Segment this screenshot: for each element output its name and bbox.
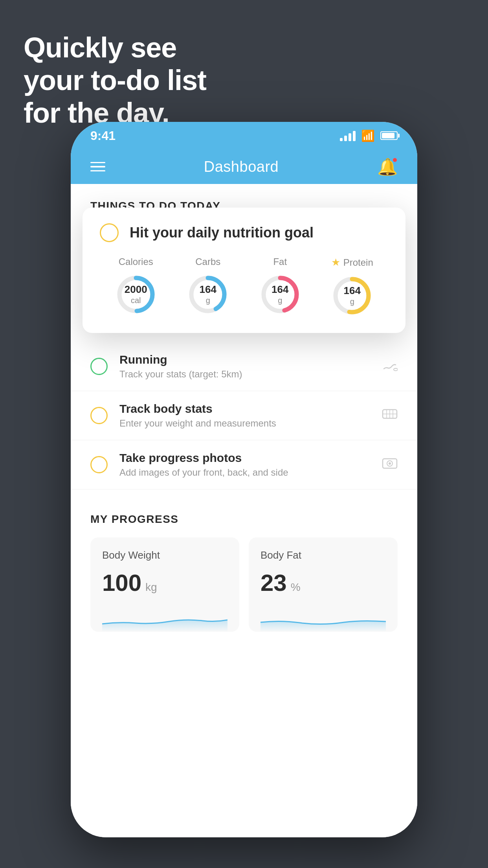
notification-bell-icon[interactable]: 🔔 xyxy=(377,157,398,177)
todo-photos[interactable]: Take progress photos Add images of your … xyxy=(71,440,417,489)
progress-title: MY PROGRESS xyxy=(90,513,398,526)
hero-line2: your to-do list xyxy=(24,64,206,97)
running-radio[interactable] xyxy=(90,358,108,375)
body-weight-unit: kg xyxy=(145,581,157,594)
body-weight-card: Body Weight 100 kg xyxy=(90,537,239,632)
fat-unit: g xyxy=(272,296,288,305)
calories-donut: 2000 cal xyxy=(114,273,158,316)
wifi-icon: 📶 xyxy=(361,129,375,142)
nutrition-fat: Fat 164 g xyxy=(259,256,302,316)
bodystats-title: Track body stats xyxy=(119,402,382,416)
bodystats-icon xyxy=(382,407,398,424)
body-weight-label: Body Weight xyxy=(102,549,227,561)
nutrition-card-title: Hit your daily nutrition goal xyxy=(130,224,314,241)
photos-radio[interactable] xyxy=(90,456,108,473)
running-title: Running xyxy=(119,353,382,366)
nutrition-carbs: Carbs 164 g xyxy=(186,256,229,316)
nav-bar: Dashboard 🔔 xyxy=(71,149,417,184)
hamburger-menu[interactable] xyxy=(90,162,105,172)
nutrition-calories: Calories 2000 cal xyxy=(114,256,158,316)
bodystats-radio[interactable] xyxy=(90,407,108,424)
status-icons: 📶 xyxy=(340,129,398,142)
hero-line1: Quickly see xyxy=(24,31,206,64)
photos-text: Take progress photos Add images of your … xyxy=(119,451,382,478)
status-bar: 9:41 📶 xyxy=(71,122,417,149)
running-subtitle: Track your stats (target: 5km) xyxy=(119,369,382,380)
signal-icon xyxy=(340,130,356,141)
running-text: Running Track your stats (target: 5km) xyxy=(119,353,382,380)
hero-text: Quickly see your to-do list for the day. xyxy=(24,31,206,129)
status-time: 9:41 xyxy=(90,129,116,143)
svg-point-16 xyxy=(389,462,391,465)
notification-dot xyxy=(392,157,398,163)
progress-cards: Body Weight 100 kg xyxy=(90,537,398,632)
nutrition-protein: ★ Protein 164 g xyxy=(330,256,374,317)
calories-value: 2000 xyxy=(125,283,147,296)
todo-running[interactable]: Running Track your stats (target: 5km) xyxy=(71,342,417,391)
body-fat-value: 23 xyxy=(261,569,287,596)
carbs-value: 164 xyxy=(200,283,216,296)
calories-label: Calories xyxy=(119,256,153,267)
todo-body-stats[interactable]: Track body stats Enter your weight and m… xyxy=(71,391,417,440)
nutrition-row: Calories 2000 cal Carbs xyxy=(100,256,388,317)
fat-value: 164 xyxy=(272,283,288,296)
photos-icon xyxy=(382,456,398,473)
nutrition-radio[interactable] xyxy=(100,223,119,242)
running-icon xyxy=(382,358,398,375)
photos-title: Take progress photos xyxy=(119,451,382,465)
nutrition-card: Hit your daily nutrition goal Calories 2… xyxy=(83,208,405,333)
fat-donut: 164 g xyxy=(259,273,302,316)
carbs-label: Carbs xyxy=(195,256,220,267)
bodystats-subtitle: Enter your weight and measurements xyxy=(119,418,382,429)
fat-label: Fat xyxy=(273,256,287,267)
calories-unit: cal xyxy=(125,296,147,305)
body-fat-chart xyxy=(261,608,386,632)
phone-content: THINGS TO DO TODAY Hit your daily nutrit… xyxy=(71,184,417,837)
photos-subtitle: Add images of your front, back, and side xyxy=(119,467,382,478)
carbs-unit: g xyxy=(200,296,216,305)
battery-icon xyxy=(380,131,398,140)
body-fat-label: Body Fat xyxy=(261,549,386,561)
body-fat-card: Body Fat 23 % xyxy=(249,537,398,632)
card-header: Hit your daily nutrition goal xyxy=(100,223,388,242)
star-icon: ★ xyxy=(331,256,340,268)
progress-section: MY PROGRESS Body Weight 100 kg xyxy=(71,513,417,632)
protein-label: ★ Protein xyxy=(331,256,373,268)
bodystats-text: Track body stats Enter your weight and m… xyxy=(119,402,382,429)
todo-list: Running Track your stats (target: 5km) T… xyxy=(71,342,417,489)
body-fat-value-row: 23 % xyxy=(261,569,386,596)
body-weight-value-row: 100 kg xyxy=(102,569,227,596)
svg-point-8 xyxy=(394,368,398,371)
phone-shell: 9:41 📶 Dashboard 🔔 THINGS TO DO TODAY xyxy=(71,122,417,837)
protein-unit: g xyxy=(344,297,361,307)
protein-donut: 164 g xyxy=(330,274,374,317)
nav-title: Dashboard xyxy=(204,158,279,175)
body-fat-unit: % xyxy=(291,581,301,594)
carbs-donut: 164 g xyxy=(186,273,229,316)
protein-value: 164 xyxy=(344,285,361,297)
body-weight-value: 100 xyxy=(102,569,141,596)
body-weight-chart xyxy=(102,608,227,632)
